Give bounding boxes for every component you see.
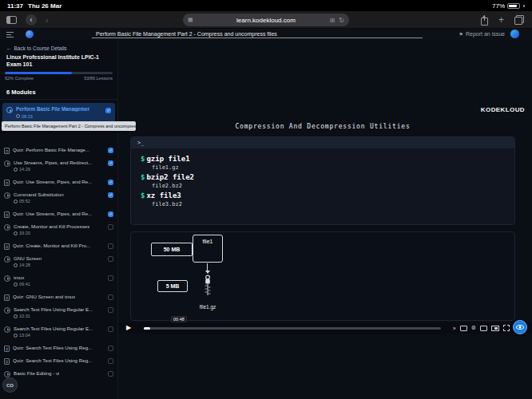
settings-gear-icon[interactable]: ⚙ <box>471 325 476 331</box>
user-avatar[interactable] <box>510 30 519 38</box>
command-text: xz file3 <box>146 192 181 200</box>
forward-button[interactable]: › <box>46 16 48 25</box>
lesson-title: Quiz: Search Text Files Using Reg... <box>13 345 92 350</box>
lesson-checkbox[interactable] <box>108 243 113 249</box>
back-to-course-link[interactable]: ← Back to Course Details <box>0 40 117 53</box>
video-player[interactable]: KODEKLOUD Compression And Decompression … <box>118 40 532 399</box>
share-icon[interactable] <box>481 18 488 26</box>
lesson-list-item[interactable]: Quiz: Use Streams, Pipes, and Re... <box>0 176 117 188</box>
new-tab-icon[interactable]: + <box>498 15 504 25</box>
playback-speed-icon[interactable]: » <box>453 326 456 331</box>
report-issue-link[interactable]: ⚑ Report an issue <box>459 31 505 37</box>
slide-title: Compression And Decompression Utilities <box>130 123 515 130</box>
captions-icon[interactable] <box>460 326 467 331</box>
lesson-duration: 10:31 <box>14 314 93 318</box>
quiz-icon <box>4 180 10 186</box>
menu-icon[interactable] <box>6 32 14 38</box>
lesson-checkbox[interactable] <box>108 148 113 153</box>
lesson-title: Search Text Files Using Regular E... <box>14 326 93 331</box>
extension-icon[interactable]: ⊞ <box>330 17 335 24</box>
lesson-list-item[interactable]: Search Text Files Using Regular E... 10:… <box>0 303 117 322</box>
seek-bar[interactable] <box>144 327 441 330</box>
play-button[interactable]: ▶ <box>126 325 131 331</box>
lesson-title: Command Substitution <box>14 192 64 197</box>
lesson-list-item[interactable]: Quiz: Search Text Files Using Reg... <box>0 354 117 367</box>
lesson-checkbox[interactable] <box>108 275 113 281</box>
lesson-list-item[interactable]: Quiz: Perform Basic File Manage... <box>0 144 117 156</box>
duration-text: 10:31 <box>19 314 30 318</box>
battery-icon <box>507 3 520 9</box>
lesson-checkbox[interactable] <box>108 160 113 166</box>
tabs-icon[interactable] <box>514 15 524 25</box>
community-chat-button[interactable]: CO <box>2 377 18 393</box>
lesson-list-item[interactable]: GNU Screen 14:28 <box>0 252 117 271</box>
fullscreen-icon[interactable] <box>503 325 510 331</box>
video-controls: ▶ 00:48 » ⚙ <box>118 322 532 334</box>
quiz-icon <box>4 148 10 154</box>
lesson-list-item[interactable]: Quiz: GNU Screen and tmux <box>0 290 117 303</box>
lesson-checkbox[interactable] <box>108 326 113 332</box>
reload-icon[interactable]: ↻ <box>339 17 344 24</box>
lesson-checkbox[interactable] <box>105 108 111 113</box>
duration-text: 14:29 <box>19 167 30 172</box>
lesson-title: Quiz: Use Streams, Pipes, and Re... <box>13 211 92 216</box>
lesson-checkbox[interactable] <box>108 358 113 364</box>
lesson-title: Quiz: Use Streams, Pipes, and Re... <box>13 179 92 184</box>
lesson-checkbox[interactable] <box>108 192 113 198</box>
play-circle-icon <box>4 326 10 333</box>
command-output: file2.bz2 <box>152 183 505 189</box>
lesson-checkbox[interactable] <box>108 346 113 351</box>
seek-bar-played <box>144 327 150 330</box>
accessibility-widget-button[interactable] <box>513 320 527 334</box>
lesson-title: Use Streams, Pipes, and Redirect... <box>14 160 92 165</box>
status-bar: 11:37 Thu 26 Mar 77% <box>0 0 532 11</box>
content: ← Back to Course Details Linux Professio… <box>0 40 532 399</box>
lesson-checkbox[interactable] <box>108 256 113 262</box>
lesson-list-item[interactable]: Search Text Files Using Regular E... 13:… <box>0 322 117 342</box>
lesson-checkbox[interactable] <box>108 224 113 230</box>
eye-icon <box>516 325 524 330</box>
progress-lessons: 53/86 Lessons <box>84 76 113 81</box>
progress-labels: 62% Complete 53/86 Lessons <box>5 76 113 81</box>
lesson-checkbox[interactable] <box>108 294 113 300</box>
quality-icon[interactable] <box>480 326 487 331</box>
lesson-list-item[interactable]: Use Streams, Pipes, and Redirect... 14:2… <box>0 156 117 176</box>
lesson-list-item[interactable]: Command Substitution 05:52 <box>0 188 117 207</box>
active-lesson-item[interactable]: Perform Basic File Management ... 08:23 <box>2 103 115 122</box>
terminal-entry: $bzip2 file2 file2.bz2 <box>141 173 505 189</box>
terminal-entry: $xz file3 file3.bz2 <box>141 192 505 207</box>
kodekloud-logo-icon[interactable] <box>26 30 34 38</box>
clock-icon <box>14 168 18 172</box>
lesson-list-item[interactable]: Quiz: Create, Monitor and Kill Pro... <box>0 239 117 252</box>
address-bar[interactable]: ▦ learn.kodekloud.com ⊞ ↻ <box>183 14 349 26</box>
play-circle-icon <box>4 256 10 263</box>
lesson-list-item[interactable]: tmux 09:41 <box>0 271 117 290</box>
lesson-list-item[interactable]: Basic File Editing - vi <box>0 367 117 386</box>
sidebar-toggle-icon[interactable] <box>6 16 17 24</box>
play-circle-icon <box>6 107 13 113</box>
modules-header[interactable]: 6 Modules <box>0 85 117 100</box>
control-icons: » ⚙ <box>453 322 510 334</box>
lesson-checkbox[interactable] <box>108 180 113 185</box>
clock-icon <box>14 263 18 267</box>
lesson-list-item[interactable]: Quiz: Search Text Files Using Reg... <box>0 342 117 354</box>
lesson-list-item[interactable]: Quiz: Use Streams, Pipes, and Re... <box>0 207 117 220</box>
quiz-icon <box>4 358 10 365</box>
lesson-checkbox[interactable] <box>108 307 113 313</box>
lesson-checkbox[interactable] <box>108 371 113 377</box>
url-text: learn.kodekloud.com <box>183 17 349 24</box>
size-before-box: 50 MB <box>151 243 193 256</box>
back-button[interactable]: ‹ <box>26 14 37 26</box>
active-lesson-duration: 08:23 <box>16 114 89 119</box>
pip-icon[interactable] <box>491 326 499 331</box>
lesson-duration: 13:04 <box>14 333 93 338</box>
lesson-list-item[interactable]: Create, Monitor and Kill Processes 33:20 <box>0 220 117 239</box>
lesson-tooltip: Perform Basic File Management Part 2 - C… <box>2 121 136 131</box>
lesson-checkbox[interactable] <box>108 211 113 217</box>
command-text: gzip file1 <box>146 155 189 163</box>
battery-percent: 77% <box>492 2 505 10</box>
size-after-box: 5 MB <box>157 280 188 292</box>
kodekloud-watermark: KODEKLOUD <box>481 106 525 113</box>
progress-percent: 62% Complete <box>5 76 34 81</box>
file-box: file1 <box>193 235 223 263</box>
